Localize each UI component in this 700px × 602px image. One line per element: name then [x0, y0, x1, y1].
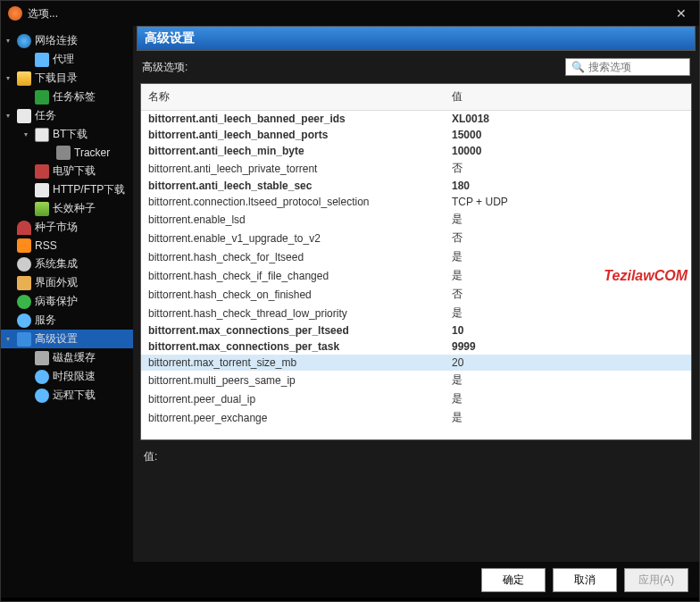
- table-row[interactable]: bittorrent.peer_exchange是: [141, 408, 691, 427]
- setting-value: 是: [445, 371, 691, 389]
- setting-value: TCP + UDP: [445, 194, 691, 210]
- table-row[interactable]: bittorrent.multi_peers_same_ip是: [141, 371, 691, 389]
- setting-name: bittorrent.anti_leech_banned_peer_ids: [141, 111, 445, 128]
- setting-name: bittorrent.enable_v1_upgrade_to_v2: [141, 229, 445, 247]
- gear-icon: [17, 257, 31, 272]
- sidebar-item-2[interactable]: ▾下载目录: [1, 69, 133, 88]
- search-box[interactable]: 🔍: [565, 58, 690, 76]
- table-row[interactable]: bittorrent.anti_leech_banned_peer_idsXL0…: [141, 111, 691, 128]
- table-row[interactable]: bittorrent.max_torrent_size_mb20: [141, 355, 691, 371]
- tag-icon: [35, 90, 49, 105]
- sidebar-item-7[interactable]: 电驴下载: [1, 162, 133, 180]
- sidebar-item-9[interactable]: 长效种子: [1, 199, 133, 218]
- tree-toggle-icon[interactable]: ▾: [6, 37, 15, 45]
- setting-value: 是: [445, 266, 691, 285]
- setting-name: bittorrent.hash_check_if_file_changed: [141, 266, 445, 285]
- body: ▾网络连接代理▾下载目录任务标签▾任务▾BT下载Tracker电驴下载HTTP/…: [1, 26, 699, 562]
- table-row[interactable]: bittorrent.anti_leech_min_byte10000: [141, 143, 691, 159]
- table-row[interactable]: bittorrent.hash_check_on_finished否: [141, 285, 691, 304]
- setting-name: bittorrent.peer_dual_ip: [141, 389, 445, 408]
- setting-name: bittorrent.hash_check_on_finished: [141, 285, 445, 304]
- table-row[interactable]: bittorrent.anti_leech_banned_ports15000: [141, 127, 691, 143]
- setting-value: 否: [445, 285, 691, 304]
- options-window: 选项... ✕ ▾网络连接代理▾下载目录任务标签▾任务▾BT下载Tracker电…: [0, 0, 700, 602]
- table-row[interactable]: bittorrent.max_connections_per_ltseed10: [141, 322, 691, 339]
- sidebar-item-8[interactable]: HTTP/FTP下载: [1, 180, 133, 199]
- sidebar-item-label: 远程下载: [53, 388, 96, 403]
- task-icon: [17, 109, 31, 123]
- sidebar-item-label: 界面外观: [35, 275, 78, 290]
- sidebar-item-3[interactable]: 任务标签: [1, 88, 133, 106]
- setting-value: 9999: [445, 339, 691, 355]
- disk-icon: [35, 351, 49, 365]
- sidebar-item-17[interactable]: 磁盘缓存: [1, 348, 133, 367]
- sidebar-item-label: 任务: [35, 108, 56, 123]
- adv-icon: [17, 332, 31, 347]
- sidebar-item-0[interactable]: ▾网络连接: [1, 31, 133, 50]
- sidebar-item-label: 代理: [53, 52, 74, 67]
- globe-icon: [17, 34, 31, 48]
- cancel-button[interactable]: 取消: [553, 568, 617, 592]
- sidebar-item-16[interactable]: ▾高级设置: [1, 330, 133, 348]
- sidebar-item-6[interactable]: Tracker: [1, 144, 133, 162]
- setting-name: bittorrent.anti_leech_private_torrent: [141, 159, 445, 178]
- table-row[interactable]: bittorrent.connection.ltseed_protocol_se…: [141, 194, 691, 210]
- right-panel: 高级设置 高级选项: 🔍 名称 值 bittorrent.anti_: [133, 26, 699, 562]
- ok-button[interactable]: 确定: [481, 568, 546, 592]
- table-row[interactable]: bittorrent.anti_leech_private_torrent否: [141, 159, 691, 178]
- table-row[interactable]: bittorrent.enable_v1_upgrade_to_v2否: [141, 229, 691, 247]
- sidebar-item-19[interactable]: 远程下载: [1, 386, 133, 405]
- setting-name: bittorrent.enable_lsd: [141, 210, 445, 229]
- close-icon[interactable]: ✕: [671, 6, 692, 21]
- table-row[interactable]: bittorrent.peer_dual_ip是: [141, 389, 691, 408]
- col-value[interactable]: 值: [445, 84, 691, 111]
- tracker-icon: [56, 146, 71, 160]
- setting-value: 否: [445, 159, 691, 178]
- ui-icon: [17, 276, 31, 290]
- sidebar-item-18[interactable]: 时段限速: [1, 367, 133, 386]
- table-row[interactable]: bittorrent.hash_check_if_file_changed是: [141, 266, 691, 285]
- sidebar-item-label: 系统集成: [35, 256, 78, 272]
- setting-value: 是: [445, 304, 691, 322]
- panel-heading: 高级设置: [137, 26, 696, 51]
- setting-value: 15000: [445, 127, 691, 143]
- col-name[interactable]: 名称: [141, 84, 445, 111]
- table-row[interactable]: bittorrent.hash_check_for_ltseed是: [141, 247, 691, 266]
- setting-name: bittorrent.hash_check_for_ltseed: [141, 247, 445, 266]
- sidebar-item-1[interactable]: 代理: [1, 50, 133, 69]
- proxy-icon: [35, 53, 49, 67]
- tree-toggle-icon[interactable]: ▾: [6, 335, 15, 343]
- setting-value: XL0018: [445, 111, 691, 128]
- footer: 确定 取消 应用(A): [1, 562, 699, 598]
- setting-name: bittorrent.anti_leech_min_byte: [141, 143, 445, 159]
- table-row[interactable]: bittorrent.enable_lsd是: [141, 210, 691, 229]
- tree-toggle-icon[interactable]: ▾: [6, 74, 15, 82]
- setting-value: 180: [445, 178, 691, 194]
- table-row[interactable]: bittorrent.hash_check_thread_low_priorit…: [141, 304, 691, 322]
- sidebar-item-12[interactable]: 系统集成: [1, 255, 133, 273]
- search-input[interactable]: [588, 61, 684, 73]
- setting-name: bittorrent.max_connections_per_ltseed: [141, 322, 445, 339]
- table-row[interactable]: bittorrent.max_connections_per_task9999: [141, 339, 691, 355]
- sidebar-item-15[interactable]: 服务: [1, 311, 133, 330]
- sidebar-item-11[interactable]: RSS: [1, 237, 133, 255]
- folder-icon: [17, 71, 31, 86]
- sidebar-item-14[interactable]: 病毒保护: [1, 292, 133, 311]
- sidebar-item-5[interactable]: ▾BT下载: [1, 125, 133, 144]
- table-row[interactable]: bittorrent.anti_leech_stable_sec180: [141, 178, 691, 194]
- sidebar-item-label: BT下载: [53, 127, 88, 142]
- sidebar-item-4[interactable]: ▾任务: [1, 106, 133, 125]
- tree-toggle-icon[interactable]: ▾: [24, 130, 33, 138]
- titlebar[interactable]: 选项... ✕: [1, 1, 699, 26]
- setting-name: bittorrent.anti_leech_stable_sec: [141, 178, 445, 194]
- magnet-icon: [17, 221, 31, 235]
- sidebar-item-13[interactable]: 界面外观: [1, 273, 133, 292]
- setting-value: 是: [445, 247, 691, 266]
- setting-value: 否: [445, 229, 691, 247]
- shield-icon: [17, 295, 31, 309]
- sidebar: ▾网络连接代理▾下载目录任务标签▾任务▾BT下载Tracker电驴下载HTTP/…: [1, 26, 133, 562]
- sidebar-item-10[interactable]: 种子市场: [1, 218, 133, 237]
- setting-name: bittorrent.max_torrent_size_mb: [141, 355, 445, 371]
- apply-button[interactable]: 应用(A): [624, 568, 688, 592]
- tree-toggle-icon[interactable]: ▾: [6, 112, 15, 120]
